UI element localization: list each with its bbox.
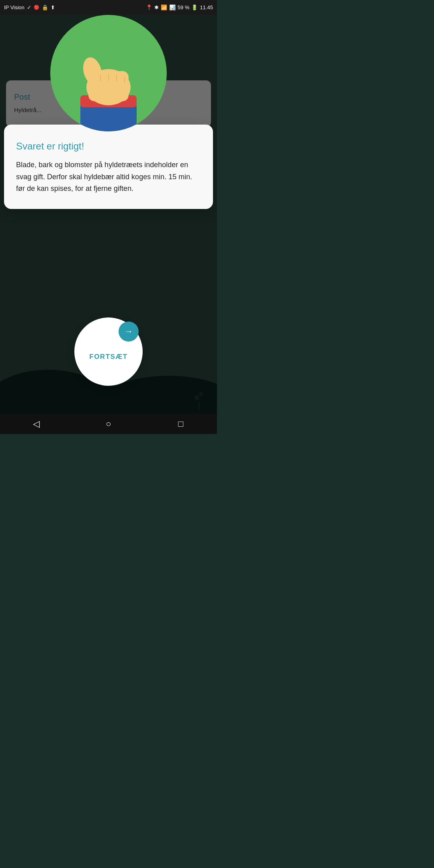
status-right: 📍 ✱ 📶 📊 59 % 🔋 11.45 <box>146 4 213 10</box>
wifi-icon: 📶 <box>161 4 167 10</box>
nav-home-button[interactable]: ○ <box>96 416 121 432</box>
battery-icon: 🔋 <box>191 4 198 10</box>
lock-icon: 🔒 <box>42 4 48 10</box>
continue-area[interactable]: → FORTSÆT <box>74 317 143 386</box>
bluetooth-icon: ✱ <box>154 4 159 10</box>
illustration-circle <box>50 15 167 131</box>
hand-illustration <box>68 35 149 131</box>
nav-bar: ◁ ○ □ <box>0 414 217 434</box>
modal-card: Svaret er rigtigt! Blade, bark og blomst… <box>4 125 213 209</box>
status-left: IP Vision ✓ 🔴 🔒 ⬆ <box>4 4 55 10</box>
arrow-icon[interactable]: → <box>119 321 139 342</box>
modal-body: Blade, bark og blomster på hyldetræets i… <box>16 159 201 195</box>
huawei-icon: 🔴 <box>34 5 39 10</box>
clock: 11.45 <box>200 4 213 10</box>
continue-button[interactable]: → FORTSÆT <box>74 317 143 386</box>
recent-icon: □ <box>178 419 183 429</box>
modal-title: Svaret er rigtigt! <box>16 141 201 152</box>
battery-percent: 59 % <box>178 4 190 10</box>
network-icon: ✓ <box>27 4 31 10</box>
back-icon: ◁ <box>33 419 40 429</box>
continue-label: FORTSÆT <box>89 353 128 361</box>
home-icon: ○ <box>106 419 111 429</box>
signal-icon: 📊 <box>169 4 176 10</box>
arrow-symbol: → <box>124 326 133 337</box>
nav-recent-button[interactable]: □ <box>169 416 193 432</box>
status-bar: IP Vision ✓ 🔴 🔒 ⬆ 📍 ✱ 📶 📊 59 % 🔋 11.45 <box>0 0 217 15</box>
upload-icon: ⬆ <box>51 4 55 10</box>
location-icon: 📍 <box>146 4 152 10</box>
nav-back-button[interactable]: ◁ <box>24 416 48 432</box>
app-name: IP Vision <box>4 4 25 10</box>
